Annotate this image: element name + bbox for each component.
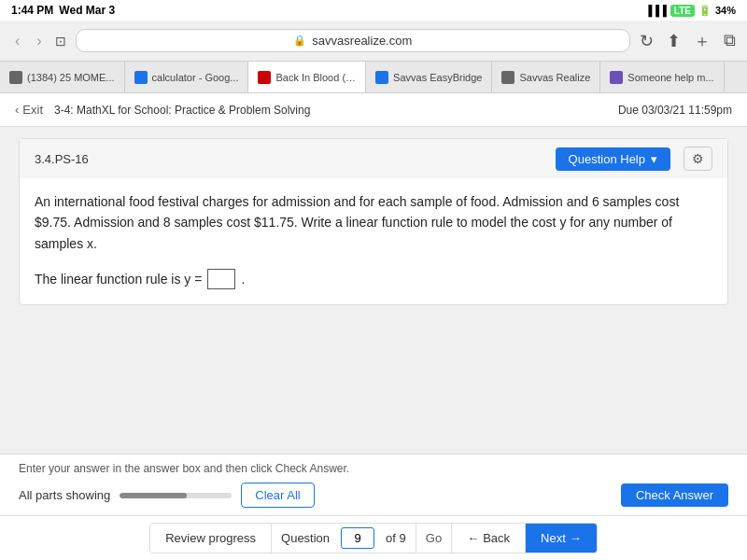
status-bar: 1:44 PM Wed Mar 3 ▐▐▐ LTE 🔋 34% [0,0,747,21]
tab-icon-back-in-blood [258,71,271,84]
chevron-down-icon: ▾ [651,152,657,166]
nav-bar: Review progress Question of 9 Go ← Back … [0,515,747,560]
tab-label-calculator: calculator - Goog... [152,72,239,83]
refresh-icon[interactable]: ↻ [640,31,654,51]
date: Wed Mar 3 [59,4,115,17]
browser-actions: ↻ ⬆ ＋ ⧉ [640,30,736,52]
question-help-label: Question Help [569,152,645,166]
lock-icon: 🔒 [293,35,306,47]
back-nav-button[interactable]: ‹ [11,31,23,51]
back-button[interactable]: ← Back [452,524,526,553]
question-container: 3.4.PS-16 Question Help ▾ ⚙ An internati… [19,138,728,305]
parts-showing: All parts showing Clear All [19,483,315,508]
next-button[interactable]: Next → [526,524,597,553]
question-nav-label: Question [272,524,339,553]
reader-icon: ⊡ [55,34,66,49]
new-tab-icon[interactable]: ＋ [694,30,711,52]
settings-button[interactable]: ⚙ [684,147,712,171]
status-left: 1:44 PM Wed Mar 3 [11,4,115,17]
progress-bar-fill [120,493,187,498]
tab-calculator[interactable]: calculator - Goog... [125,62,249,92]
tab-icon-someone [610,71,623,84]
go-button[interactable]: Go [416,524,451,553]
tab-label-easybridge: Savvas EasyBridge [393,72,482,83]
time: 1:44 PM [11,4,53,17]
battery-pct: 34% [715,5,736,16]
share-icon[interactable]: ⬆ [667,31,681,51]
answer-suffix: . [241,272,245,287]
signal-icon: ▐▐▐ [644,5,666,16]
address-bar[interactable]: 🔒 savvasrealize.com [76,29,630,52]
next-label: Next [541,531,566,545]
chevron-left-icon: ‹ [15,103,19,117]
url-text: savvasrealize.com [312,34,412,48]
tab-icon-easybridge [375,71,388,84]
parts-label: All parts showing [19,488,110,502]
battery-icon: 🔋 [698,5,712,17]
tab-realize[interactable]: Savvas Realize [492,62,600,92]
question-id: 3.4.PS-16 [35,152,89,166]
exit-label: Exit [22,103,43,117]
tab-1384[interactable]: (1384) 25 MOME... [0,62,125,92]
answer-prefix: The linear function rule is y = [35,272,202,287]
tab-easybridge[interactable]: Savvas EasyBridge [366,62,492,92]
app-header-left: ‹ Exit 3-4: MathXL for School: Practice … [15,103,310,117]
exit-button[interactable]: ‹ Exit [15,103,43,117]
tab-label-realize: Savvas Realize [519,72,590,83]
progress-bar-track [120,493,232,498]
tab-someone[interactable]: Someone help m... [600,62,724,92]
lte-badge: LTE [670,5,695,17]
tabs-icon[interactable]: ⧉ [724,31,736,50]
bottom-controls: All parts showing Clear All Check Answer [19,483,728,508]
forward-nav-button[interactable]: › [33,31,45,51]
clear-all-button[interactable]: Clear All [241,483,314,508]
tab-label-back-in-blood: Back In Blood (… [275,72,356,83]
bottom-bar: Enter your answer in the answer box and … [0,454,747,515]
app-header: ‹ Exit 3-4: MathXL for School: Practice … [0,93,747,127]
back-arrow-icon: ← [467,531,479,545]
breadcrumb: 3-4: MathXL for School: Practice & Probl… [54,104,310,117]
check-answer-button[interactable]: Check Answer [621,483,728,507]
browser-chrome: ‹ › ⊡ 🔒 savvasrealize.com ↻ ⬆ ＋ ⧉ [0,21,747,62]
back-label: Back [483,531,510,545]
question-number-input[interactable] [341,527,374,549]
tab-back-in-blood[interactable]: Back In Blood (… [248,62,366,92]
content-area: 3.4.PS-16 Question Help ▾ ⚙ An internati… [0,127,747,470]
tab-icon-calculator [134,71,148,84]
nav-bar-inner: Review progress Question of 9 Go ← Back … [149,523,598,553]
question-header: 3.4.PS-16 Question Help ▾ ⚙ [20,139,727,178]
content-inner: 3.4.PS-16 Question Help ▾ ⚙ An internati… [19,138,728,305]
of-label: of 9 [376,524,416,553]
tab-icon-1384 [9,71,22,84]
status-right: ▐▐▐ LTE 🔋 34% [644,5,736,17]
gear-icon: ⚙ [692,151,704,166]
next-arrow-icon: → [570,531,582,545]
hint-text: Enter your answer in the answer box and … [19,462,728,475]
tab-icon-realize [501,71,514,84]
tab-label-1384: (1384) 25 MOME... [27,72,115,83]
question-nav: Question of 9 Go [272,524,452,553]
question-text: An international food festival charges f… [35,191,712,254]
review-progress-button[interactable]: Review progress [150,524,272,553]
answer-line: The linear function rule is y = . [35,269,712,289]
question-help-button[interactable]: Question Help ▾ [556,147,670,171]
tab-label-someone: Someone help m... [627,72,713,83]
due-date: Due 03/03/21 11:59pm [618,104,732,117]
tab-bar: (1384) 25 MOME... calculator - Goog... B… [0,62,747,93]
answer-input[interactable] [207,269,235,289]
